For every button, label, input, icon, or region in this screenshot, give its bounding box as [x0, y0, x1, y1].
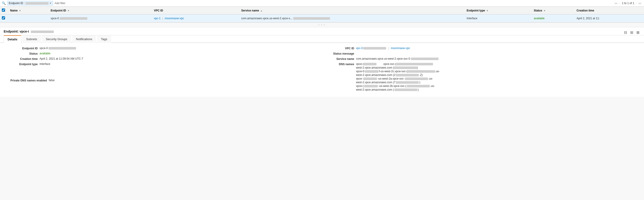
- detail-row-endpoint-id: Endpoint ID vpce-0: [6, 47, 322, 50]
- row-vpc-id: vpc-1 | moonmaxw-vpc: [151, 14, 238, 22]
- detail-tabs: Details Subnets Security Groups Notifica…: [0, 35, 644, 43]
- row-checkbox[interactable]: [2, 16, 5, 19]
- detail-row-endpoint-type: Endpoint type Interface: [6, 62, 322, 66]
- row-name: [7, 14, 48, 22]
- row-vpc-name-link[interactable]: moonmaxw-vpc: [165, 17, 184, 20]
- row-service-name: com.amazonaws.vpce.us-west-2.vpce-s...: [238, 14, 464, 22]
- col-header-creation-time[interactable]: Creation time: [574, 7, 644, 14]
- detail-row-creation-time: Creation time April 2, 2021 at 11:09:54 …: [6, 57, 322, 61]
- prev-page-button[interactable]: ‹: [619, 1, 621, 5]
- filter-tag-label: Endpoint ID :: [9, 1, 24, 5]
- detail-icon-btn-3[interactable]: ⊠: [636, 30, 640, 35]
- value-private-dns: false: [49, 79, 54, 82]
- value-dns-names: vpce- .vpce-svc-( west-2.vpce.amazonaws.…: [356, 62, 440, 91]
- sort-icon-endpoint-type: ▼: [486, 9, 489, 12]
- filter-tag-value: [26, 2, 48, 4]
- label-vpc-id: VPC ID: [322, 47, 354, 50]
- detail-row-private-dns: Private DNS names enabled false: [6, 79, 322, 82]
- detail-row-dns-names: DNS names vpce- .vpce-svc-( west-2.vpce.…: [322, 62, 638, 91]
- row-checkbox-cell[interactable]: [0, 14, 7, 22]
- col-header-endpoint-id[interactable]: Endpoint ID ▼: [48, 7, 151, 14]
- filter-bar: 🔍 Endpoint ID : ✕ Add filter ⏮ ‹ 1 to 1 …: [0, 0, 644, 7]
- value-status: available: [40, 52, 50, 55]
- row-endpoint-type: Interface: [464, 14, 531, 22]
- table-row[interactable]: vpce-0 vpc-1 | moonmaxw-vpc com.amazonaw…: [0, 14, 644, 22]
- row-endpoint-id: vpce-0: [48, 14, 151, 22]
- pagination: ⏮ ‹ 1 to 1 of 1 › ⏭: [614, 1, 642, 5]
- detail-title: Endpoint: vpce-i: [4, 30, 54, 35]
- dns-line-7: vpce-(-us-west-2b.vpce-svc-(.us-: [356, 84, 440, 88]
- detail-row-status: Status available: [6, 52, 322, 55]
- last-page-button[interactable]: ⏭: [638, 1, 642, 5]
- detail-row-status-message: Status message: [322, 52, 638, 55]
- detail-row-service-name: Service name com.amazonaws.vpce.us-west-…: [322, 57, 638, 61]
- detail-row-vpc-id: VPC ID vpc-0 | moonmaxw-vpc: [322, 47, 638, 50]
- dns-line-2: west-2.vpce.amazonaws.com (): [356, 66, 440, 69]
- detail-icon-btn-2[interactable]: ⊞: [629, 30, 634, 35]
- add-filter-button[interactable]: Add filter: [54, 1, 65, 5]
- label-status: Status: [6, 52, 38, 55]
- sort-icon-endpoint-id: ▼: [67, 9, 70, 12]
- dns-line-1: vpce- .vpce-svc-(: [356, 62, 440, 66]
- label-endpoint-type: Endpoint type: [6, 62, 38, 66]
- value-creation-time: April 2, 2021 at 11:09:54 AM UTC-7: [40, 57, 83, 60]
- tab-security-groups[interactable]: Security Groups: [42, 35, 71, 43]
- select-all-checkbox-cell[interactable]: [0, 7, 7, 14]
- row-status: available: [531, 14, 574, 22]
- dns-line-6: west-2.vpce.amazonaws.com (7): [356, 81, 440, 84]
- pagination-label: 1 to 1 of 1: [622, 1, 634, 5]
- dns-line-4: west-2.vpce.amazonaws.com (2.Z): [356, 73, 440, 77]
- value-service-name: com.amazonaws.vpce.us-west-2.vpce-svc-0: [356, 57, 438, 60]
- next-page-button[interactable]: ›: [635, 1, 637, 5]
- drag-handle[interactable]: • • •: [0, 23, 644, 27]
- dns-line-8: west-2.vpce.amazonaws.com (): [356, 88, 440, 91]
- detail-panel: Endpoint: vpce-i ⊟ ⊞ ⊠ Details Subnets S…: [0, 27, 644, 97]
- value-vpc-id: vpc-0 | moonmaxw-vpc: [356, 47, 410, 50]
- search-icon: 🔍: [2, 1, 6, 5]
- detail-icon-btn-1[interactable]: ⊟: [623, 30, 628, 35]
- filter-tag[interactable]: Endpoint ID : ✕: [7, 1, 53, 5]
- sort-icon-name: ▼: [19, 9, 21, 12]
- tab-subnets[interactable]: Subnets: [22, 35, 41, 43]
- sort-icon-service-name: ▲: [260, 9, 262, 12]
- col-header-name[interactable]: Name ▼: [7, 7, 48, 14]
- row-vpc-id-link[interactable]: vpc-1: [154, 17, 160, 20]
- detail-left-section: Endpoint ID vpce-0 Status available Crea…: [6, 47, 322, 93]
- endpoints-table: Name ▼ Endpoint ID ▼ VPC ID Service name…: [0, 7, 644, 22]
- tab-details[interactable]: Details: [4, 35, 21, 43]
- first-page-button[interactable]: ⏮: [614, 1, 618, 5]
- dns-line-5: vpce--us-west-2a.vpce-svc-.us-: [356, 77, 440, 80]
- select-all-checkbox[interactable]: [2, 8, 5, 12]
- col-header-endpoint-type[interactable]: Endpoint type ▼: [464, 7, 531, 14]
- tab-notifications[interactable]: Notifications: [72, 35, 96, 43]
- col-header-service-name[interactable]: Service name ▲: [238, 7, 464, 14]
- detail-vpc-id-link[interactable]: vpc-0: [356, 47, 386, 50]
- col-header-status[interactable]: Status ▼: [531, 7, 574, 14]
- detail-content: Endpoint ID vpce-0 Status available Crea…: [0, 43, 644, 97]
- value-endpoint-type: Interface: [40, 62, 50, 66]
- tab-tags[interactable]: Tags: [97, 35, 111, 43]
- detail-right-section: VPC ID vpc-0 | moonmaxw-vpc Status messa…: [322, 47, 638, 93]
- label-status-message: Status message: [322, 52, 354, 55]
- close-icon[interactable]: ✕: [50, 2, 52, 5]
- sort-icon-status: ▼: [543, 9, 546, 12]
- detail-header: Endpoint: vpce-i ⊟ ⊞ ⊠: [0, 27, 644, 35]
- col-header-vpc-id[interactable]: VPC ID: [151, 7, 238, 14]
- value-endpoint-id: vpce-0: [40, 47, 76, 50]
- label-dns-names: DNS names: [322, 62, 354, 66]
- table-header-row: Name ▼ Endpoint ID ▼ VPC ID Service name…: [0, 7, 644, 14]
- endpoints-table-container: Name ▼ Endpoint ID ▼ VPC ID Service name…: [0, 7, 644, 23]
- label-endpoint-id: Endpoint ID: [6, 47, 38, 50]
- detail-icons: ⊟ ⊞ ⊠: [623, 30, 640, 35]
- detail-vpc-name-link[interactable]: moonmaxw-vpc: [391, 47, 410, 50]
- label-private-dns: Private DNS names enabled: [6, 79, 47, 82]
- row-creation-time: April 2, 2021 at 11:: [574, 14, 644, 22]
- label-service-name: Service name: [322, 57, 354, 61]
- label-creation-time: Creation time: [6, 57, 38, 61]
- dns-line-3: vpce-0f-us-west-2c.vpce-svc-(.us-: [356, 70, 440, 73]
